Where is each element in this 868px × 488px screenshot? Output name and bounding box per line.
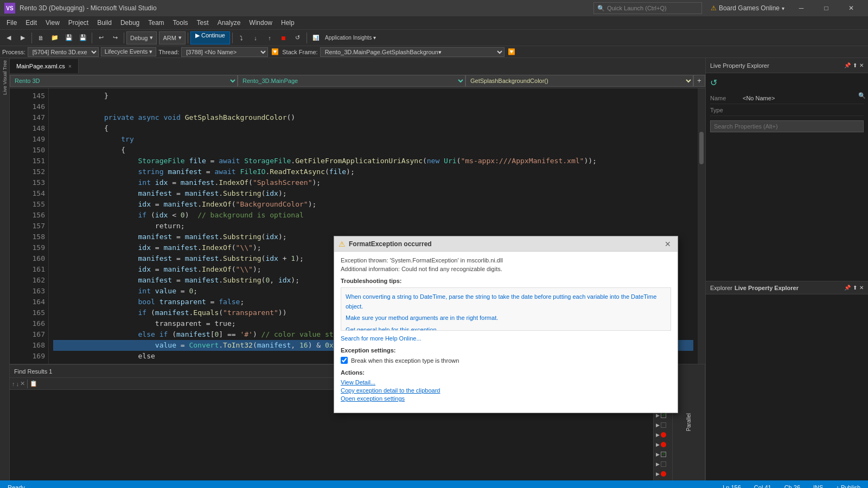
find-prev-icon[interactable]: ↑ — [12, 381, 15, 387]
toolbar-diagnostics[interactable]: 📊 — [309, 31, 322, 44]
bp-expand-2[interactable]: ▶ — [656, 413, 660, 418]
right-panel-content: ↺ Name <No Name> Type 🔍 — [706, 73, 868, 281]
code-line-156: if (idx < 0) // background is optional — [53, 210, 693, 221]
view-detail-link[interactable]: View Detail... — [341, 379, 671, 386]
bp-expand-7[interactable]: ▶ — [656, 461, 660, 467]
code-line-145: } — [53, 91, 693, 101]
code-nav-type[interactable]: Rento_3D.MainPage — [238, 75, 465, 87]
right-lower-lpe-tab[interactable]: Live Property Explorer — [735, 285, 799, 291]
bp-expand-3[interactable]: ▶ — [656, 422, 660, 428]
thread-select[interactable]: [3788] <No Name> — [181, 47, 268, 57]
menu-window[interactable]: Window — [245, 18, 277, 28]
code-nav-member[interactable]: GetSplashBackgroundColor() — [465, 75, 693, 87]
right-lower-float[interactable]: ⬆ — [853, 285, 857, 291]
toolbar-stepinto[interactable]: ↓ — [249, 31, 262, 44]
right-panel-float[interactable]: ⬆ — [853, 62, 857, 68]
bp-icon-8 — [661, 471, 666, 477]
search-help-link[interactable]: Search for more Help Online... — [341, 335, 671, 342]
open-settings-link[interactable]: Open exception settings — [341, 395, 671, 402]
toolbar-undo[interactable]: ↩ — [94, 31, 107, 44]
exception-addl-info: Additional information: Could not find a… — [341, 266, 671, 272]
tip1-link[interactable]: When converting a string to DateTime, pa… — [346, 292, 666, 311]
prop-name-value: <No Name> — [743, 95, 864, 101]
toolbar-appinsights[interactable]: Application Insights ▾ — [323, 31, 378, 44]
live-visual-tree-label: Live Visual Tree — [2, 60, 8, 95]
menu-help[interactable]: Help — [277, 18, 299, 28]
toolbar-debug-mode[interactable]: Debug ▾ — [126, 31, 157, 44]
right-panel-search[interactable] — [710, 120, 864, 132]
editor-scrollbar[interactable] — [698, 88, 705, 364]
menu-file[interactable]: File — [2, 18, 21, 28]
code-line-151: StorageFile file = await StorageFile.Get… — [53, 156, 693, 166]
code-nav-collapse[interactable]: + — [693, 75, 705, 87]
toolbar-stepover[interactable]: ⤵ — [235, 31, 248, 44]
menu-tools[interactable]: Tools — [169, 18, 193, 28]
menu-analyze[interactable]: Analyze — [213, 18, 245, 28]
tab-mainpage-close[interactable]: × — [68, 63, 72, 69]
find-next-icon[interactable]: ↓ — [16, 381, 20, 387]
stack-select[interactable]: Rento_3D.MainPage.GetSplashBackgroun▾ — [320, 47, 505, 57]
lifecycle-label[interactable]: Lifecycle Events ▾ — [101, 47, 157, 56]
toolbar-save[interactable]: 💾 — [62, 31, 75, 44]
bp-expand-8[interactable]: ▶ — [656, 471, 660, 477]
editor-scroll-thumb[interactable] — [699, 132, 704, 164]
status-ln[interactable]: Ln 156 — [719, 480, 744, 488]
find-copy-icon[interactable]: 📋 — [30, 380, 37, 387]
toolbar-restart[interactable]: ↺ — [291, 31, 304, 44]
toolbar-forward[interactable]: ▶ — [16, 31, 29, 44]
menu-debug[interactable]: Debug — [116, 18, 144, 28]
toolbar-continue[interactable]: ▶ Continue — [190, 31, 230, 44]
toolbar-open[interactable]: 📁 — [48, 31, 61, 44]
menu-edit[interactable]: Edit — [21, 18, 41, 28]
debug-mode-label: Debug — [130, 35, 148, 41]
status-ch[interactable]: Ch 26 — [781, 480, 803, 488]
code-line-153: int idx = manifest.IndexOf("SplashScreen… — [53, 177, 693, 188]
bp-expand-5[interactable]: ▶ — [656, 442, 660, 447]
tab-mainpage[interactable]: MainPage.xaml.cs × — [10, 59, 79, 73]
tips-area[interactable]: When converting a string to DateTime, pa… — [341, 287, 671, 331]
exception-warning-icon: ⚠ — [339, 240, 346, 248]
status-publish[interactable]: ↑ Publish — [833, 480, 864, 488]
toolbar-platform[interactable]: ARM ▾ — [159, 31, 185, 44]
status-col[interactable]: Col 41 — [751, 480, 775, 488]
code-nav-class[interactable]: Rento 3D — [10, 75, 238, 87]
menu-test[interactable]: Test — [193, 18, 213, 28]
toolbar-redo[interactable]: ↪ — [108, 31, 122, 44]
break-when-thrown-checkbox[interactable] — [341, 357, 348, 364]
right-panel-pin[interactable]: 📌 — [844, 62, 851, 68]
board-games-dropdown[interactable]: ▾ — [782, 5, 784, 11]
code-line-147: private async void GetSplashBackgroundCo… — [53, 112, 693, 123]
find-clear-icon[interactable]: ✕ — [20, 380, 25, 387]
exception-dialog-close[interactable]: ✕ — [662, 239, 673, 249]
right-lower-close[interactable]: ✕ — [859, 285, 864, 291]
maximize-button[interactable]: □ — [814, 0, 839, 16]
right-lower-pin[interactable]: 📌 — [844, 285, 851, 291]
right-panel-close[interactable]: ✕ — [859, 62, 864, 68]
bp-icon-7 — [661, 461, 666, 467]
copy-exception-link[interactable]: Copy exception detail to the clipboard — [341, 387, 671, 394]
menu-project[interactable]: Project — [64, 18, 93, 28]
title-bar-right: 🔍 Quick Launch (Ctrl+Q) ⚠ Board Games On… — [593, 0, 864, 16]
bp-expand-4[interactable]: ▶ — [656, 432, 660, 438]
toolbar-saveall[interactable]: 💾 — [76, 31, 90, 44]
minimize-button[interactable]: ─ — [789, 0, 814, 16]
right-panel-refresh-icon[interactable]: ↺ — [710, 78, 864, 88]
toolbar-new[interactable]: 🗎 — [34, 31, 47, 44]
status-ins[interactable]: INS — [810, 480, 826, 488]
status-ready[interactable]: Ready — [4, 480, 28, 488]
right-lower-explorer-tab[interactable]: Explorer — [710, 285, 732, 291]
bp-expand-6[interactable]: ▶ — [656, 452, 660, 457]
menu-build[interactable]: Build — [93, 18, 116, 28]
bp-row-8: ▶ — [654, 470, 672, 478]
toolbar-stepout[interactable]: ↑ — [263, 31, 276, 44]
toolbar-back[interactable]: ◀ — [2, 31, 15, 44]
tip3-link[interactable]: Get general help for this exception. — [346, 325, 666, 331]
menu-team[interactable]: Team — [144, 18, 168, 28]
tab-bar: MainPage.xaml.cs × — [10, 58, 705, 73]
process-bar: Process: [5704] Rento 3D.exe Lifecycle E… — [0, 46, 868, 58]
tip2-link[interactable]: Make sure your method arguments are in t… — [346, 313, 666, 323]
close-button[interactable]: ✕ — [839, 0, 864, 16]
toolbar-stop[interactable]: ⏹ — [277, 31, 290, 44]
menu-view[interactable]: View — [41, 18, 64, 28]
process-select[interactable]: [5704] Rento 3D.exe — [28, 47, 99, 57]
